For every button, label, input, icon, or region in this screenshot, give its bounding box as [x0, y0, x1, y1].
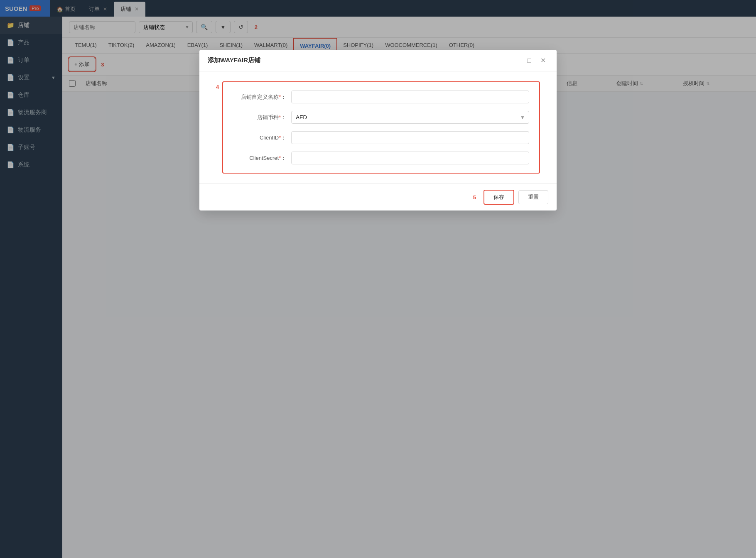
save-button[interactable]: 保存: [484, 190, 514, 205]
modal-header-actions: □ ✕: [525, 56, 548, 65]
modal-form-wrapper: 4 店铺自定义名称*： 店铺币种*：: [216, 81, 540, 174]
modal-store-name-input[interactable]: [291, 91, 529, 103]
modal-close-button[interactable]: ✕: [538, 56, 548, 65]
client-id-input[interactable]: [291, 131, 529, 144]
modal-maximize-button[interactable]: □: [525, 56, 534, 65]
currency-label: 店铺币种*：: [233, 114, 291, 121]
form-row-client-id: ClientID*：: [233, 131, 529, 144]
form-row-currency: 店铺币种*： AED USD EUR GBP CAD AUD ▼: [233, 111, 529, 124]
reset-button[interactable]: 重置: [518, 190, 548, 204]
modal-overlay: 添加WAYFAIR店铺 □ ✕ 4 店铺自定义名称*：: [0, 0, 756, 558]
modal-footer: 5 保存 重置: [199, 184, 557, 210]
modal-body: 4 店铺自定义名称*： 店铺币种*：: [199, 71, 557, 184]
form-row-client-secret: ClientSecret*：: [233, 152, 529, 164]
add-wayfair-modal: 添加WAYFAIR店铺 □ ✕ 4 店铺自定义名称*：: [199, 50, 557, 210]
modal-header: 添加WAYFAIR店铺 □ ✕: [199, 50, 557, 71]
currency-select[interactable]: AED USD EUR GBP CAD AUD: [291, 111, 529, 124]
modal-title: 添加WAYFAIR店铺: [208, 56, 260, 64]
store-name-label: 店铺自定义名称*：: [233, 93, 291, 101]
client-secret-input[interactable]: [291, 152, 529, 164]
modal-form-section: 店铺自定义名称*： 店铺币种*： AED USD: [222, 81, 540, 174]
currency-select-wrapper: AED USD EUR GBP CAD AUD ▼: [291, 111, 529, 124]
client-secret-label: ClientSecret*：: [233, 154, 291, 162]
modal-footer-step-number: 5: [473, 194, 476, 201]
client-id-label: ClientID*：: [233, 134, 291, 142]
form-row-store-name: 店铺自定义名称*：: [233, 91, 529, 103]
modal-step-number: 4: [216, 84, 219, 90]
